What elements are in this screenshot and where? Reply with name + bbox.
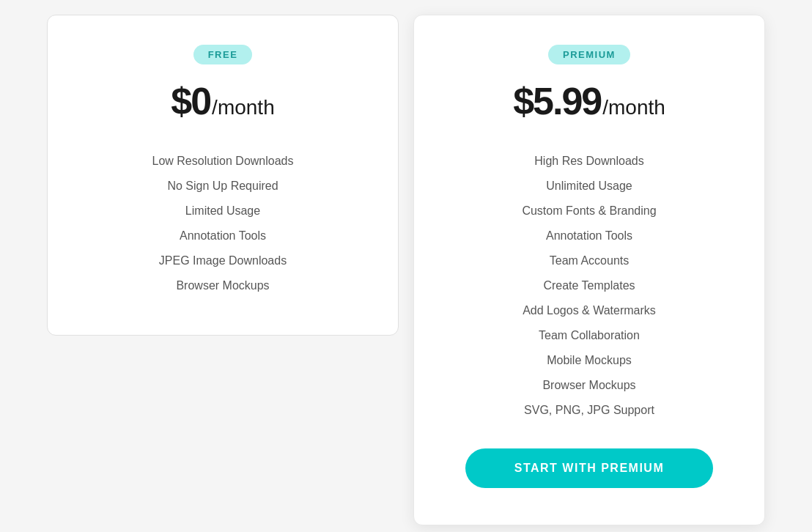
list-item: Unlimited Usage: [443, 174, 735, 199]
free-price-container: $0 /month: [171, 79, 274, 123]
list-item: Add Logos & Watermarks: [443, 298, 735, 323]
list-item: Annotation Tools: [443, 223, 735, 248]
list-item: Custom Fonts & Branding: [443, 199, 735, 223]
list-item: SVG, PNG, JPG Support: [443, 398, 735, 423]
free-price-period: /month: [212, 96, 275, 119]
premium-price-period: /month: [602, 96, 665, 119]
list-item: Team Collaboration: [443, 323, 735, 348]
list-item: Low Resolution Downloads: [77, 149, 369, 174]
list-item: High Res Downloads: [443, 149, 735, 174]
start-premium-button[interactable]: START WITH PREMIUM: [465, 448, 713, 488]
premium-plan-badge: PREMIUM: [548, 45, 630, 64]
pricing-container: FREE $0 /month Low Resolution Downloads …: [0, 0, 812, 532]
premium-plan-card: PREMIUM $5.99 /month High Res Downloads …: [413, 15, 765, 525]
premium-price-amount: $5.99: [513, 79, 601, 123]
free-price-amount: $0: [171, 79, 210, 123]
free-plan-badge: FREE: [193, 45, 253, 64]
list-item: Mobile Mockups: [443, 348, 735, 373]
list-item: JPEG Image Downloads: [77, 248, 369, 273]
free-plan-card: FREE $0 /month Low Resolution Downloads …: [47, 15, 399, 336]
list-item: Limited Usage: [77, 199, 369, 223]
list-item: Team Accounts: [443, 248, 735, 273]
premium-features-list: High Res Downloads Unlimited Usage Custo…: [443, 149, 735, 423]
free-features-list: Low Resolution Downloads No Sign Up Requ…: [77, 149, 369, 298]
list-item: Browser Mockups: [443, 373, 735, 398]
list-item: Browser Mockups: [77, 273, 369, 298]
premium-price-container: $5.99 /month: [513, 79, 665, 123]
list-item: No Sign Up Required: [77, 174, 369, 199]
list-item: Create Templates: [443, 273, 735, 298]
list-item: Annotation Tools: [77, 223, 369, 248]
